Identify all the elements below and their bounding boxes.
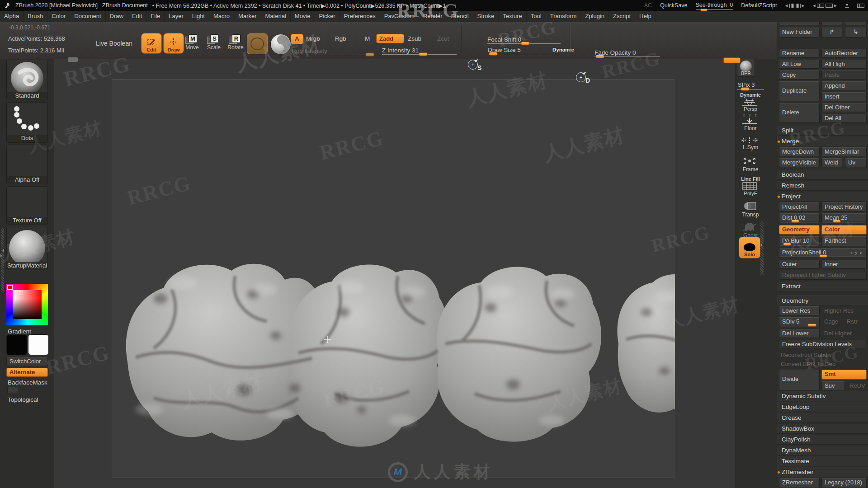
copy-button[interactable]: Copy (779, 70, 820, 80)
menu-edit[interactable]: Edit (128, 11, 146, 22)
current-texture-button[interactable]: Texture Off (6, 186, 48, 225)
left-tray-scrollbar[interactable] (1, 228, 4, 291)
z-intensity-slider[interactable]: Z Intensity 31 (382, 47, 419, 54)
outer-button[interactable]: Outer (779, 260, 820, 269)
hue-cursor[interactable] (7, 285, 13, 290)
solo-button[interactable]: Solo (739, 237, 760, 258)
folder-redo-button[interactable]: ↱ (821, 28, 842, 38)
focal-shift-slider[interactable]: Focal Shift 0 (487, 36, 521, 43)
del-lower-button[interactable]: Del Lower (779, 329, 820, 338)
backface-mask-checkbox[interactable] (7, 387, 18, 393)
farthest-button[interactable]: Farthest (821, 236, 867, 246)
merge-visible-button[interactable]: MergeVisible (779, 158, 820, 167)
menu-material[interactable]: Material (261, 11, 291, 22)
window-layout-controls[interactable]: ◀ ▶ (813, 2, 837, 9)
collapse-left-icon[interactable] (0, 249, 4, 252)
menu-marker[interactable]: Marker (234, 11, 261, 22)
edgeloop-section[interactable]: EdgeLoop (777, 402, 868, 412)
current-material-button[interactable] (270, 34, 291, 55)
rotate-mode-button[interactable]: R Rotate (225, 34, 246, 51)
see-through-slider[interactable]: See-through 0 (696, 2, 733, 9)
menu-color[interactable]: Color (47, 11, 70, 22)
shadowbox-section[interactable]: ShadowBox (777, 424, 868, 434)
menu-preferences[interactable]: Preferences (340, 11, 380, 22)
dist-slider[interactable]: Dist 0.02 (779, 213, 820, 223)
rgb-intensity-slider[interactable]: Rgb Intensity (292, 47, 327, 54)
zremesher-button[interactable]: ZRemesher (779, 478, 820, 488)
merge-section[interactable]: Merge (777, 136, 868, 146)
lower-res-button[interactable]: Lower Res (779, 306, 820, 315)
project-color-toggle[interactable]: Color (821, 225, 867, 235)
del-other-button[interactable]: Del Other (821, 103, 867, 112)
legacy-2018-button[interactable]: Legacy (2018) (821, 478, 867, 488)
project-section[interactable]: Project (777, 192, 868, 202)
all-low-button[interactable]: All Low (779, 60, 820, 69)
current-alpha-button[interactable]: Alpha Off (6, 145, 48, 184)
rgb-intensity-handle[interactable] (365, 53, 374, 56)
next-layout-icon[interactable]: ▶ (834, 4, 837, 8)
projection-shell-slider[interactable]: ProjectionShell 0 x y z (779, 248, 867, 258)
hide-ui-icon[interactable]: ▼ (845, 3, 849, 8)
crease-section[interactable]: Crease (777, 413, 868, 423)
menu-file[interactable]: File (146, 11, 165, 22)
secondary-color-swatch[interactable] (28, 334, 49, 355)
quicksave-button[interactable]: QuickSave (660, 2, 687, 9)
zsub-toggle[interactable]: Zsub (408, 35, 421, 42)
geometry-section[interactable]: Geometry (777, 296, 868, 305)
m-toggle[interactable]: M (365, 35, 370, 42)
floor-axes-toggle[interactable]: x y z (737, 113, 764, 117)
zadd-toggle[interactable]: Zadd (376, 34, 404, 43)
auto-reorder-button[interactable]: AutoReorder (821, 49, 867, 58)
spix-handle[interactable] (741, 87, 750, 91)
menu-tool[interactable]: Tool (527, 11, 546, 22)
project-history-button[interactable]: Project History (821, 202, 867, 211)
menu-texture[interactable]: Texture (499, 11, 527, 22)
polyframe-icon[interactable] (742, 182, 757, 190)
divide-button[interactable]: Divide (779, 370, 820, 390)
rgb-intensity-track[interactable] (292, 55, 409, 55)
draw-size-handle[interactable] (489, 52, 498, 56)
canvas-corner-handle[interactable] (723, 57, 741, 63)
menu-picker[interactable]: Picker (315, 11, 340, 22)
transparency-icon[interactable] (741, 201, 758, 211)
menu-document[interactable]: Document (70, 11, 105, 22)
merge-similar-button[interactable]: MergeSimilar (821, 147, 867, 156)
weld-button[interactable]: Weld (821, 158, 842, 167)
reproject-higher-subdiv-button[interactable]: Reproject Higher Subdiv (779, 271, 867, 280)
higher-res-button[interactable]: Higher Res (824, 307, 854, 314)
see-through-handle[interactable] (700, 9, 708, 11)
zcut-toggle[interactable]: Zcut (437, 35, 449, 42)
live-boolean-toggle[interactable]: Live Boolean (96, 40, 132, 47)
claypolish-section[interactable]: ClayPolish (777, 435, 868, 445)
insert-button[interactable]: Insert (821, 92, 867, 101)
prev-layout-icon[interactable]: ◀ (813, 4, 816, 8)
folder-branch-button[interactable]: ↳ (845, 28, 867, 38)
edit-mode-button[interactable]: Edit (141, 33, 162, 54)
default-zscript-button[interactable]: DefaultZScript (741, 2, 777, 9)
scale-mode-button[interactable]: S Scale (203, 34, 224, 51)
rgb-toggle[interactable]: Rgb (335, 35, 346, 42)
move-mode-button[interactable]: M Move (182, 34, 203, 51)
duplicate-button[interactable]: Duplicate (779, 81, 820, 101)
sdiv-slider[interactable]: SDiv 5 (779, 317, 820, 327)
z-intensity-handle[interactable] (419, 52, 428, 56)
current-stroke-button[interactable] (247, 33, 268, 54)
uv-button[interactable]: Uv (845, 158, 867, 167)
draw-mode-button[interactable]: Draw (163, 33, 184, 54)
focal-shift-handle[interactable] (521, 42, 530, 45)
remesh-section[interactable]: Remesh (777, 181, 868, 191)
pa-blur-slider[interactable]: PA Blur 10 (779, 236, 820, 246)
append-button[interactable]: Append (821, 81, 867, 90)
mean-slider[interactable]: Mean 25 (821, 213, 867, 223)
draw-size-track[interactable] (488, 54, 561, 54)
menu-render[interactable]: Render (419, 11, 447, 22)
sculpt-viewport[interactable] (54, 59, 735, 488)
increase-icon[interactable]: ▶ (802, 4, 805, 8)
project-geometry-toggle[interactable]: Geometry (779, 225, 820, 235)
menu-stencil[interactable]: Stencil (447, 11, 473, 22)
persp-icon[interactable] (741, 98, 758, 106)
new-folder-button[interactable]: New Folder (779, 28, 820, 38)
ac-toggle[interactable]: AC (644, 2, 652, 9)
menu-movie[interactable]: Movie (291, 11, 315, 22)
floor-icon[interactable] (741, 118, 758, 125)
